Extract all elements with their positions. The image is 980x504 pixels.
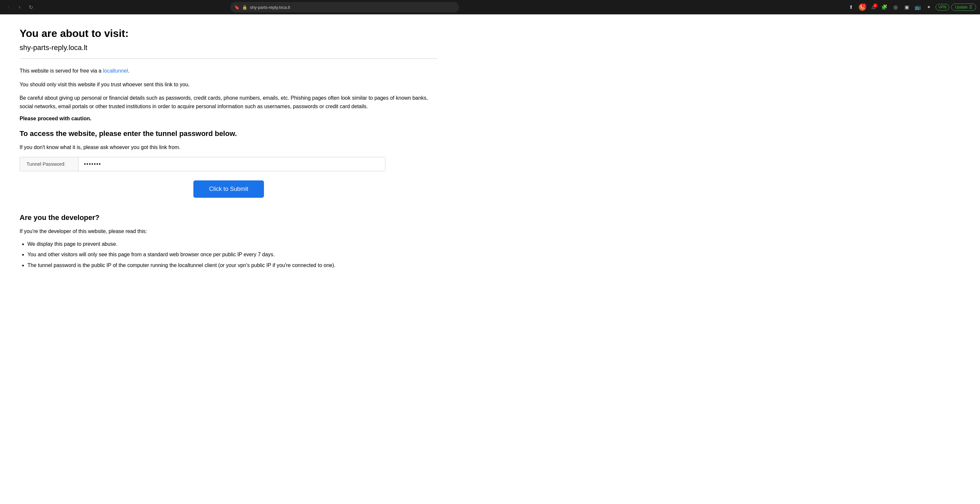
- forward-button[interactable]: ›: [15, 3, 24, 12]
- password-input[interactable]: [79, 157, 385, 171]
- update-button[interactable]: Update ☰: [951, 3, 976, 11]
- update-label: Update: [955, 5, 967, 10]
- browser-chrome: ‹ › ↻ 🔖 🔒 shy-parts-reply.loca.lt ⬆ 🛡 1 …: [0, 0, 980, 14]
- reload-icon: ↻: [29, 4, 33, 10]
- password-form: Tunnel Password: Click to Submit: [20, 157, 438, 198]
- reload-button[interactable]: ↻: [26, 3, 35, 12]
- address-bar[interactable]: 🔖 🔒 shy-parts-reply.loca.lt: [230, 2, 459, 13]
- alert-badge: 1: [873, 3, 877, 8]
- back-button[interactable]: ‹: [4, 3, 13, 12]
- developer-intro: If you're the developer of this website,…: [20, 227, 438, 236]
- update-menu-icon: ☰: [969, 5, 972, 10]
- leo-icon[interactable]: ✦: [924, 3, 934, 12]
- browser-right-toolbar: ⬆ 🛡 1 ⚠ 1 🧩 ◎ ▣ 📺 ✦ VPN Update ☰: [847, 3, 976, 12]
- developer-heading: Are you the developer?: [20, 214, 438, 222]
- bookmark-icon: 🔖: [234, 5, 239, 10]
- info-text-1-prefix: This website is served for free via a: [20, 68, 103, 73]
- cast-icon[interactable]: 📺: [913, 3, 923, 12]
- localtunnel-link[interactable]: localtunnel: [103, 68, 128, 73]
- address-url: shy-parts-reply.loca.lt: [250, 5, 455, 10]
- vpn-button[interactable]: VPN: [935, 4, 950, 10]
- divider: [20, 59, 438, 59]
- upload-icon[interactable]: ⬆: [847, 3, 856, 12]
- page-title: You are about to visit:: [20, 27, 438, 40]
- brave-shield-icon[interactable]: 🛡 1: [858, 3, 867, 12]
- page-content: You are about to visit: shy-parts-reply.…: [0, 14, 457, 291]
- wallet-icon[interactable]: ◎: [891, 3, 900, 12]
- access-heading: To access the website, please enter the …: [20, 129, 438, 138]
- info-text-1: This website is served for free via a lo…: [20, 67, 438, 75]
- shield-badge: 1: [862, 3, 866, 8]
- back-icon: ‹: [8, 4, 9, 10]
- developer-bullets: We display this page to prevent abuse. Y…: [20, 239, 438, 270]
- caution-text: Please proceed with caution.: [20, 116, 438, 121]
- alert-icon[interactable]: ⚠ 1: [869, 3, 878, 12]
- sidebar-toggle-icon[interactable]: ▣: [902, 3, 912, 12]
- list-item: We display this page to prevent abuse.: [27, 239, 438, 249]
- lock-icon: 🔒: [242, 5, 247, 10]
- info-text-2: You should only visit this website if yo…: [20, 80, 438, 89]
- password-row: Tunnel Password:: [20, 157, 385, 171]
- list-item: You and other visitors will only see thi…: [27, 250, 438, 260]
- page-subtitle: shy-parts-reply.loca.lt: [20, 43, 438, 52]
- info-text-1-suffix: .: [128, 68, 129, 73]
- submit-button[interactable]: Click to Submit: [193, 180, 264, 198]
- forward-icon: ›: [19, 4, 20, 10]
- info-text-3: Be careful about giving up personal or f…: [20, 94, 438, 110]
- extensions-icon[interactable]: 🧩: [880, 3, 889, 12]
- nav-buttons: ‹ › ↻: [4, 3, 35, 12]
- access-info: If you don't know what it is, please ask…: [20, 143, 438, 152]
- list-item: The tunnel password is the public IP of …: [27, 261, 438, 270]
- password-label: Tunnel Password:: [20, 157, 79, 171]
